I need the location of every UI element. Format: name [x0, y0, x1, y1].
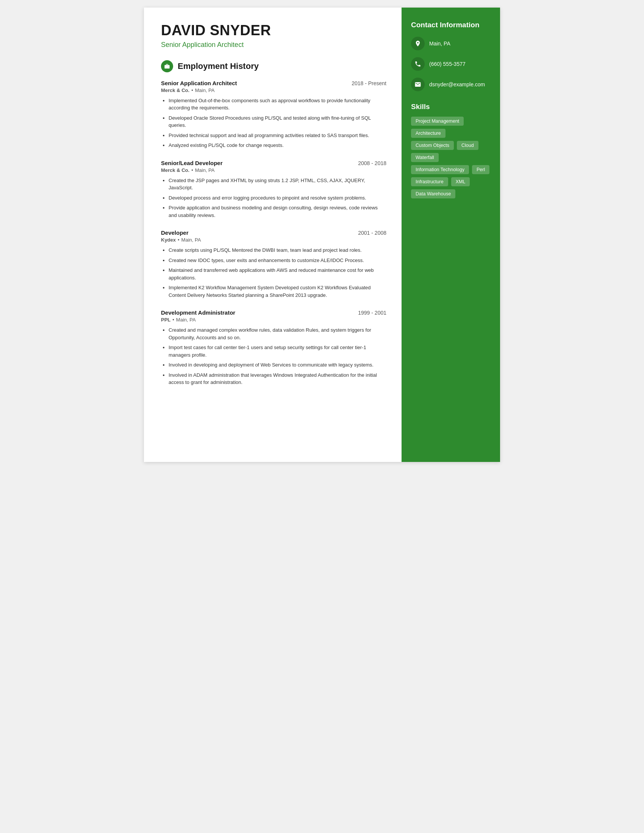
job-bullet-item: Involved in ADAM administration that lev… — [169, 371, 386, 386]
job-header: Senior/Lead Developer2008 - 2018 — [161, 160, 386, 166]
employment-heading: Employment History — [161, 60, 386, 72]
job-bullet-item: Implemented Out-of-the-box components su… — [169, 97, 386, 112]
contact-email: dsnyder@example.com — [411, 78, 491, 91]
job-dates: 2001 - 2008 — [358, 230, 386, 236]
job-title: Development Administrator — [161, 309, 235, 316]
skill-tag: Custom Objects — [411, 141, 454, 150]
skill-tag: Information Technology — [411, 165, 469, 174]
skills-tags: Project ManagementArchitectureCustom Obj… — [411, 117, 491, 198]
job-company: Merck & Co.•Main, PA — [161, 167, 386, 173]
job-header: Senior Application Architect2018 - Prese… — [161, 80, 386, 86]
employment-section-title: Employment History — [178, 61, 259, 71]
job-company: Merck & Co.•Main, PA — [161, 87, 386, 93]
contact-phone: (660) 555-3577 — [411, 57, 491, 71]
job-header: Development Administrator1999 - 2001 — [161, 309, 386, 316]
sidebar: Contact Information Main, PA (660) 555-3… — [402, 8, 500, 462]
skill-tag: Infrastructure — [411, 177, 448, 186]
skill-tag: Cloud — [457, 141, 478, 150]
job-bullet-item: Involved in developing and deployment of… — [169, 361, 386, 369]
email-text: dsnyder@example.com — [429, 81, 485, 87]
job-bullet-item: Created and managed complex workflow rul… — [169, 326, 386, 341]
candidate-title: Senior Application Architect — [161, 41, 386, 49]
contact-heading: Contact Information — [411, 21, 491, 29]
job-bullet-item: Import test cases for call center tier-1… — [169, 344, 386, 359]
skill-tag: Data Warehouse — [411, 189, 456, 198]
job-dates: 2018 - Present — [351, 80, 386, 86]
job-dates: 2008 - 2018 — [358, 160, 386, 166]
phone-icon — [411, 57, 425, 71]
job-bullet-item: Developed Oracle Stored Procedures using… — [169, 114, 386, 129]
skill-tag: Perl — [472, 165, 489, 174]
resume-container: DAVID SNYDER Senior Application Architec… — [144, 8, 500, 462]
job-company: Kydex•Main, PA — [161, 237, 386, 243]
job-block: Senior/Lead Developer2008 - 2018Merck & … — [161, 160, 386, 219]
job-bullet-item: Provided technical support and lead all … — [169, 132, 386, 139]
job-bullet-item: Maintained and transferred web applicati… — [169, 267, 386, 281]
skill-tag: Project Management — [411, 117, 464, 126]
job-block: Developer2001 - 2008Kydex•Main, PACreate… — [161, 230, 386, 299]
job-bullets: Created the JSP pages and XHTML by using… — [161, 177, 386, 219]
employment-icon — [161, 60, 173, 72]
job-title: Senior Application Architect — [161, 80, 237, 86]
job-dates: 1999 - 2001 — [358, 310, 386, 316]
skill-tag: XML — [451, 177, 470, 186]
location-text: Main, PA — [429, 40, 451, 47]
job-bullet-item: Provide application and business modelin… — [169, 204, 386, 219]
job-block: Senior Application Architect2018 - Prese… — [161, 80, 386, 149]
job-bullets: Create scripts using PL/SQL Mentored the… — [161, 246, 386, 299]
main-section: DAVID SNYDER Senior Application Architec… — [144, 8, 402, 462]
skills-section: Skills Project ManagementArchitectureCus… — [411, 103, 491, 198]
job-bullet-item: Create scripts using PL/SQL Mentored the… — [169, 246, 386, 254]
job-bullets: Created and managed complex workflow rul… — [161, 326, 386, 386]
phone-text: (660) 555-3577 — [429, 61, 465, 67]
jobs-container: Senior Application Architect2018 - Prese… — [161, 80, 386, 386]
job-bullet-item: Created new IDOC types, user exits and e… — [169, 257, 386, 264]
job-block: Development Administrator1999 - 2001PPL•… — [161, 309, 386, 386]
job-header: Developer2001 - 2008 — [161, 230, 386, 236]
contact-location: Main, PA — [411, 37, 491, 50]
job-bullet-item: Implemented K2 Workflow Management Syste… — [169, 284, 386, 299]
job-bullet-item: Analyzed existing PL/SQL code for change… — [169, 142, 386, 149]
job-title: Senior/Lead Developer — [161, 160, 223, 166]
job-bullets: Implemented Out-of-the-box components su… — [161, 97, 386, 149]
location-icon — [411, 37, 425, 50]
skill-tag: Waterfall — [411, 153, 439, 162]
job-company: PPL•Main, PA — [161, 317, 386, 323]
job-bullet-item: Created the JSP pages and XHTML by using… — [169, 177, 386, 191]
candidate-name: DAVID SNYDER — [161, 23, 386, 39]
job-bullet-item: Developed process and error logging proc… — [169, 194, 386, 202]
job-title: Developer — [161, 230, 188, 236]
email-icon — [411, 78, 425, 91]
skill-tag: Architecture — [411, 129, 446, 138]
skills-heading: Skills — [411, 103, 491, 111]
